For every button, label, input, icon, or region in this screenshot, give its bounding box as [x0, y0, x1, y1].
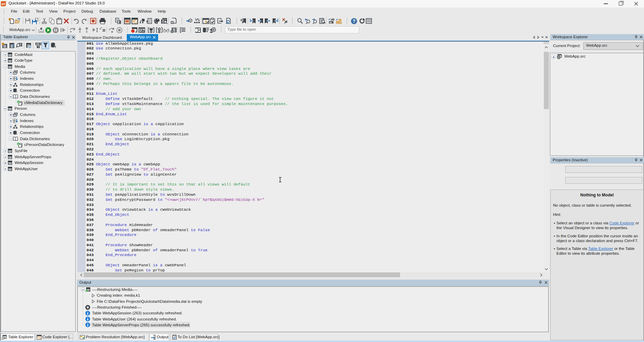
svg-text:?: ? [353, 18, 356, 24]
svg-text:ac: ac [329, 21, 332, 24]
svg-text:A: A [36, 43, 38, 45]
svg-text:DF: DF [2, 2, 6, 6]
svg-text:1: 1 [40, 43, 41, 45]
